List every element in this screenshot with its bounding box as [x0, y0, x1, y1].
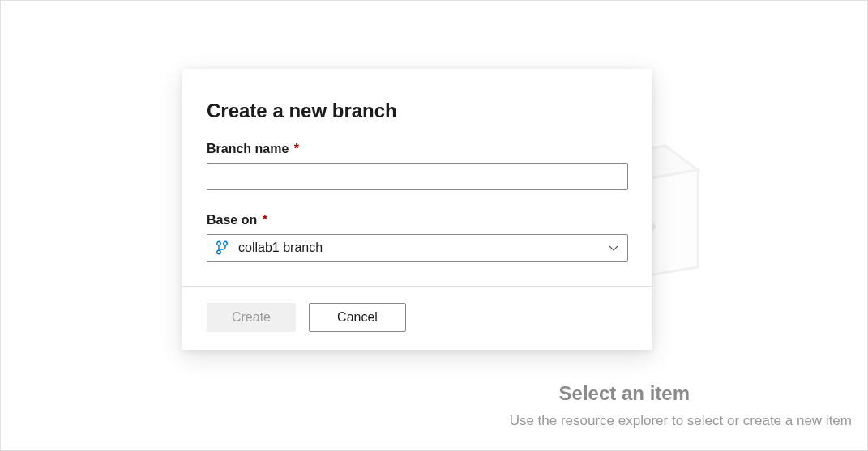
empty-state-title: Select an item	[559, 382, 690, 405]
create-button[interactable]: Create	[207, 303, 296, 332]
base-on-label: Base on *	[207, 213, 628, 228]
required-indicator: *	[294, 142, 299, 155]
git-branch-icon	[216, 240, 229, 255]
base-on-label-text: Base on	[207, 213, 257, 227]
base-on-selected-value: collab1 branch	[238, 240, 608, 255]
svg-point-3	[217, 250, 220, 253]
branch-name-input[interactable]	[207, 163, 628, 190]
branch-name-label: Branch name *	[207, 142, 628, 156]
chevron-down-icon	[608, 242, 619, 253]
required-indicator: *	[263, 213, 267, 227]
svg-point-1	[217, 241, 220, 245]
dialog-title: Create a new branch	[207, 100, 628, 122]
dialog-body: Create a new branch Branch name * Base o…	[182, 69, 652, 286]
cancel-button[interactable]: Cancel	[309, 303, 406, 332]
base-on-dropdown[interactable]: collab1 branch	[207, 234, 628, 262]
branch-name-label-text: Branch name	[207, 142, 289, 155]
svg-point-2	[224, 241, 227, 245]
empty-state-subtitle: Use the resource explorer to select or c…	[398, 413, 852, 429]
dialog-footer: Create Cancel	[182, 286, 652, 350]
base-on-field-group: Base on * collab1 branch	[207, 213, 628, 262]
branch-name-field-group: Branch name *	[207, 142, 628, 190]
create-branch-dialog: Create a new branch Branch name * Base o…	[182, 69, 652, 350]
